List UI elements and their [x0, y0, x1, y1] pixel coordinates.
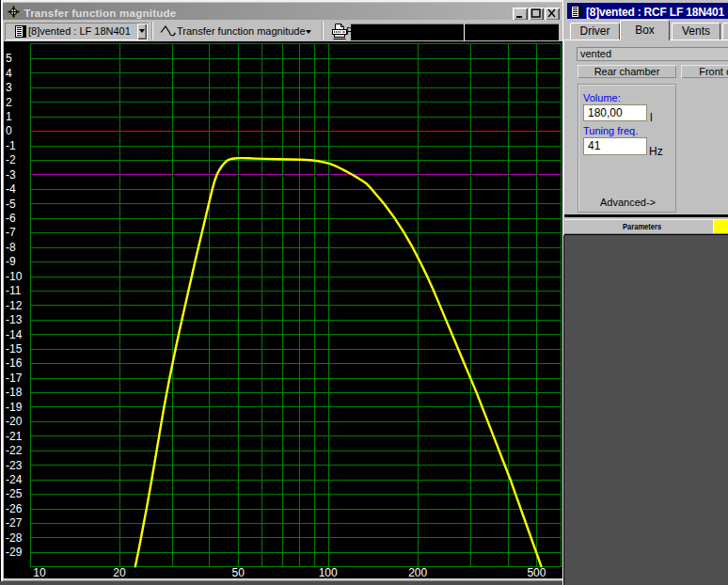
svg-text:-22: -22	[6, 444, 23, 457]
svg-text:500: 500	[527, 566, 546, 579]
svg-text:-10: -10	[6, 270, 23, 283]
svg-text:-6: -6	[6, 212, 16, 225]
svg-text:-25: -25	[6, 487, 23, 500]
svg-text:-12: -12	[6, 299, 23, 312]
svg-text:2: 2	[6, 96, 12, 109]
svg-text:20: 20	[113, 566, 126, 579]
svg-text:-8: -8	[6, 241, 16, 254]
svg-text:-18: -18	[6, 386, 23, 399]
svg-text:-11: -11	[6, 284, 22, 297]
svg-text:-4: -4	[6, 182, 16, 196]
svg-text:-28: -28	[6, 531, 23, 545]
svg-text:-9: -9	[6, 255, 16, 268]
svg-text:-21: -21	[6, 430, 23, 443]
svg-text:-13: -13	[6, 313, 23, 326]
svg-text:-16: -16	[6, 356, 23, 370]
svg-text:-3: -3	[6, 168, 16, 182]
svg-text:-24: -24	[6, 473, 23, 486]
svg-text:-26: -26	[6, 502, 23, 515]
svg-text:0: 0	[6, 124, 12, 137]
svg-text:4: 4	[6, 67, 12, 80]
svg-text:-1: -1	[6, 139, 16, 152]
svg-text:-17: -17	[6, 372, 23, 385]
svg-text:10: 10	[33, 566, 46, 579]
svg-text:3: 3	[6, 81, 12, 94]
svg-text:-27: -27	[6, 516, 23, 530]
svg-text:-15: -15	[6, 342, 23, 356]
svg-text:50: 50	[232, 566, 245, 579]
svg-text:5: 5	[6, 52, 12, 65]
svg-text:-2: -2	[6, 153, 16, 166]
svg-text:-5: -5	[6, 198, 16, 211]
svg-text:-20: -20	[6, 415, 23, 428]
svg-text:200: 200	[408, 566, 427, 579]
svg-text:100: 100	[319, 566, 338, 579]
svg-text:-7: -7	[6, 226, 16, 239]
svg-text:-23: -23	[6, 459, 23, 472]
svg-text:1: 1	[6, 110, 12, 123]
svg-text:-19: -19	[6, 401, 23, 414]
svg-text:-29: -29	[6, 545, 23, 559]
svg-text:-14: -14	[6, 328, 23, 341]
